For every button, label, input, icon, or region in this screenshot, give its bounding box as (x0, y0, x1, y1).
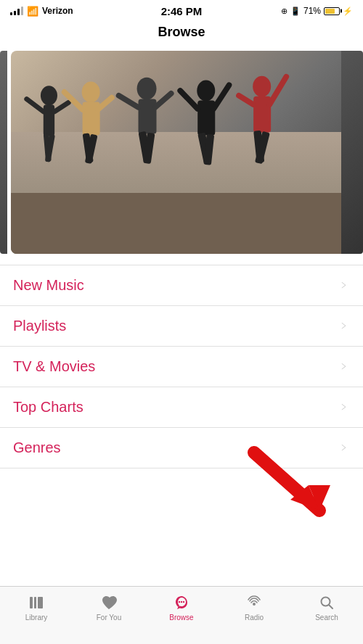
menu-item-new-music-label: New Music (13, 277, 84, 294)
svg-rect-33 (30, 597, 33, 608)
svg-point-38 (183, 601, 184, 603)
menu-item-new-music[interactable]: New Music ﹥ (0, 265, 363, 306)
svg-point-37 (181, 601, 182, 603)
menu-item-top-charts-label: Top Charts (13, 399, 83, 416)
svg-point-36 (179, 601, 180, 603)
hero-side-left (0, 51, 7, 254)
search-icon (318, 594, 335, 611)
menu-item-top-charts[interactable]: Top Charts ﹥ (0, 387, 363, 428)
bluetooth-icon: 📱 (290, 7, 301, 16)
time-display: 2:46 PM (161, 5, 203, 17)
tab-search-label: Search (315, 614, 338, 622)
radio-icon (245, 594, 263, 611)
svg-point-39 (253, 603, 256, 606)
menu-item-playlists[interactable]: Playlists ﹥ (0, 306, 363, 347)
status-bar: 📶 Verizon 2:46 PM ⊕ 📱 71% ⚡ (0, 0, 363, 20)
tab-browse-label: Browse (169, 614, 193, 622)
svg-point-40 (322, 598, 330, 606)
svg-point-12 (137, 78, 157, 100)
battery-percent: 71% (303, 6, 321, 16)
tab-for-you-label: For You (97, 614, 121, 622)
svg-line-3 (54, 102, 68, 111)
svg-rect-13 (139, 99, 157, 134)
carrier-label: Verizon (42, 6, 73, 16)
page-title: Browse (0, 20, 363, 47)
svg-line-20 (180, 91, 197, 109)
menu-item-tv-movies-label: TV & Movies (13, 358, 95, 375)
menu-list: New Music ﹥ Playlists ﹥ TV & Movies ﹥ To… (0, 265, 363, 468)
menu-item-genres-label: Genres (13, 439, 61, 456)
charging-icon: ⚡ (343, 7, 353, 16)
tab-bar: Library For You Browse Radio (0, 586, 363, 644)
svg-point-6 (82, 82, 100, 103)
svg-rect-35 (38, 597, 43, 608)
svg-line-14 (119, 96, 139, 107)
chevron-right-icon: ﹥ (338, 318, 350, 334)
svg-rect-34 (34, 597, 36, 608)
svg-point-0 (41, 86, 57, 105)
tab-for-you[interactable]: For You (73, 594, 145, 622)
tab-radio-label: Radio (245, 614, 264, 622)
svg-rect-1 (44, 104, 54, 136)
svg-point-24 (253, 76, 271, 97)
chevron-right-icon: ﹥ (338, 278, 350, 293)
svg-line-41 (330, 606, 333, 609)
hero-side-right (341, 51, 363, 254)
menu-item-playlists-label: Playlists (13, 318, 66, 334)
library-icon (28, 594, 45, 611)
red-arrow-annotation (232, 445, 348, 528)
svg-line-15 (155, 94, 171, 107)
tab-browse[interactable]: Browse (145, 594, 218, 622)
location-icon: ⊕ (281, 7, 287, 16)
hero-band-image[interactable] (11, 51, 352, 254)
svg-line-2 (27, 99, 44, 112)
status-right: ⊕ 📱 71% ⚡ (281, 6, 353, 16)
svg-line-9 (98, 98, 112, 110)
svg-line-27 (269, 77, 286, 104)
menu-item-tv-movies[interactable]: TV & Movies ﹥ (0, 347, 363, 387)
hero-image-container (0, 47, 363, 257)
svg-point-18 (197, 80, 215, 102)
tab-library-label: Library (25, 614, 48, 622)
svg-line-26 (239, 96, 253, 104)
signal-bars (10, 7, 23, 15)
band-silhouettes (21, 51, 328, 203)
tab-radio[interactable]: Radio (218, 594, 290, 622)
chevron-right-icon: ﹥ (338, 359, 350, 374)
wifi-icon: 📶 (27, 6, 38, 17)
tab-search[interactable]: Search (290, 594, 363, 622)
status-left: 📶 Verizon (10, 6, 73, 17)
tab-library[interactable]: Library (0, 594, 73, 622)
for-you-icon (100, 594, 118, 611)
browse-icon (173, 594, 190, 611)
battery-icon (324, 7, 340, 15)
svg-line-21 (213, 85, 229, 109)
chevron-right-icon: ﹥ (338, 400, 350, 415)
